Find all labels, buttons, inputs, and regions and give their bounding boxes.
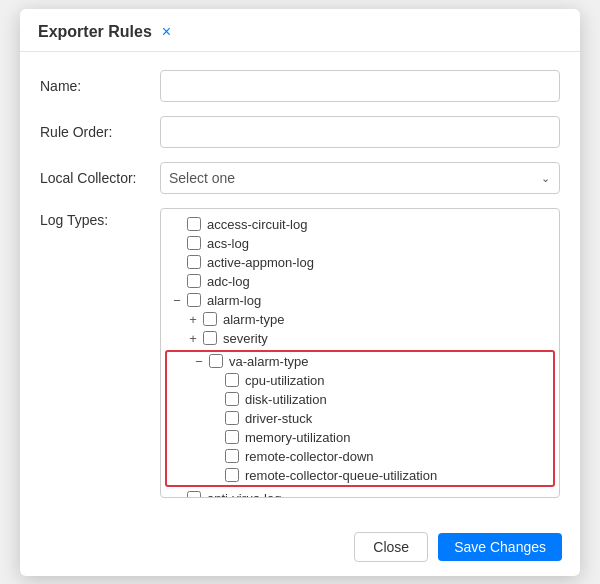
label-memory-utilization: memory-utilization xyxy=(245,430,350,445)
tree-item-driver-stuck: driver-stuck xyxy=(167,409,553,428)
checkbox-alarm-type[interactable] xyxy=(203,312,217,326)
label-access-circuit-log: access-circuit-log xyxy=(207,217,307,232)
tree-item-active-appmon-log: active-appmon-log xyxy=(161,253,559,272)
checkbox-remote-collector-queue-utilization[interactable] xyxy=(225,468,239,482)
name-input[interactable] xyxy=(160,70,560,102)
tree-item-alarm-type: +alarm-type xyxy=(161,310,559,329)
modal-overlay: Exporter Rules × Name: Rule Order: Local… xyxy=(0,0,600,584)
log-types-tree[interactable]: access-circuit-logacs-logactive-appmon-l… xyxy=(160,208,560,498)
tree-item-alarm-log: −alarm-log xyxy=(161,291,559,310)
close-button[interactable]: Close xyxy=(354,532,428,562)
label-va-alarm-type: va-alarm-type xyxy=(229,354,308,369)
checkbox-adc-log[interactable] xyxy=(187,274,201,288)
tree-item-anti-virus-log: anti-virus-log xyxy=(161,489,559,498)
tree-item-memory-utilization: memory-utilization xyxy=(167,428,553,447)
label-cpu-utilization: cpu-utilization xyxy=(245,373,325,388)
label-anti-virus-log: anti-virus-log xyxy=(207,491,281,498)
local-collector-row: Local Collector: Select one ⌄ xyxy=(40,162,560,194)
tree-item-access-circuit-log: access-circuit-log xyxy=(161,215,559,234)
checkbox-anti-virus-log[interactable] xyxy=(187,491,201,498)
checkbox-remote-collector-down[interactable] xyxy=(225,449,239,463)
modal-title: Exporter Rules xyxy=(38,23,152,41)
checkbox-access-circuit-log[interactable] xyxy=(187,217,201,231)
checkbox-disk-utilization[interactable] xyxy=(225,392,239,406)
log-types-label: Log Types: xyxy=(40,208,160,228)
log-types-row: Log Types: access-circuit-logacs-logacti… xyxy=(40,208,560,498)
local-collector-label: Local Collector: xyxy=(40,170,160,186)
name-label: Name: xyxy=(40,78,160,94)
label-remote-collector-queue-utilization: remote-collector-queue-utilization xyxy=(245,468,437,483)
save-changes-button[interactable]: Save Changes xyxy=(438,533,562,561)
modal-footer: Close Save Changes xyxy=(20,522,580,576)
modal-header: Exporter Rules × xyxy=(20,9,580,52)
label-driver-stuck: driver-stuck xyxy=(245,411,312,426)
label-severity: severity xyxy=(223,331,268,346)
modal-close-x-button[interactable]: × xyxy=(162,23,171,41)
checkbox-severity[interactable] xyxy=(203,331,217,345)
label-acs-log: acs-log xyxy=(207,236,249,251)
label-alarm-log: alarm-log xyxy=(207,293,261,308)
local-collector-select[interactable]: Select one xyxy=(160,162,560,194)
name-row: Name: xyxy=(40,70,560,102)
checkbox-active-appmon-log[interactable] xyxy=(187,255,201,269)
modal: Exporter Rules × Name: Rule Order: Local… xyxy=(20,9,580,576)
modal-body: Name: Rule Order: Local Collector: Selec… xyxy=(20,52,580,522)
tree-toggle-alarm-type[interactable]: + xyxy=(185,312,201,327)
tree-item-va-alarm-type: −va-alarm-type xyxy=(167,352,553,371)
tree-item-remote-collector-queue-utilization: remote-collector-queue-utilization xyxy=(167,466,553,485)
checkbox-driver-stuck[interactable] xyxy=(225,411,239,425)
local-collector-select-wrapper: Select one ⌄ xyxy=(160,162,560,194)
checkbox-acs-log[interactable] xyxy=(187,236,201,250)
checkbox-va-alarm-type[interactable] xyxy=(209,354,223,368)
tree-item-disk-utilization: disk-utilization xyxy=(167,390,553,409)
rule-order-input[interactable] xyxy=(160,116,560,148)
checkbox-alarm-log[interactable] xyxy=(187,293,201,307)
checkbox-memory-utilization[interactable] xyxy=(225,430,239,444)
rule-order-label: Rule Order: xyxy=(40,124,160,140)
label-disk-utilization: disk-utilization xyxy=(245,392,327,407)
tree-item-acs-log: acs-log xyxy=(161,234,559,253)
va-alarm-type-highlight-box: −va-alarm-typecpu-utilizationdisk-utiliz… xyxy=(165,350,555,487)
label-adc-log: adc-log xyxy=(207,274,250,289)
tree-toggle-severity[interactable]: + xyxy=(185,331,201,346)
tree-item-adc-log: adc-log xyxy=(161,272,559,291)
checkbox-cpu-utilization[interactable] xyxy=(225,373,239,387)
tree-item-cpu-utilization: cpu-utilization xyxy=(167,371,553,390)
label-alarm-type: alarm-type xyxy=(223,312,284,327)
rule-order-row: Rule Order: xyxy=(40,116,560,148)
tree-item-remote-collector-down: remote-collector-down xyxy=(167,447,553,466)
tree-toggle-va-alarm-type[interactable]: − xyxy=(191,354,207,369)
label-active-appmon-log: active-appmon-log xyxy=(207,255,314,270)
label-remote-collector-down: remote-collector-down xyxy=(245,449,374,464)
tree-toggle-alarm-log[interactable]: − xyxy=(169,293,185,308)
tree-item-severity: +severity xyxy=(161,329,559,348)
